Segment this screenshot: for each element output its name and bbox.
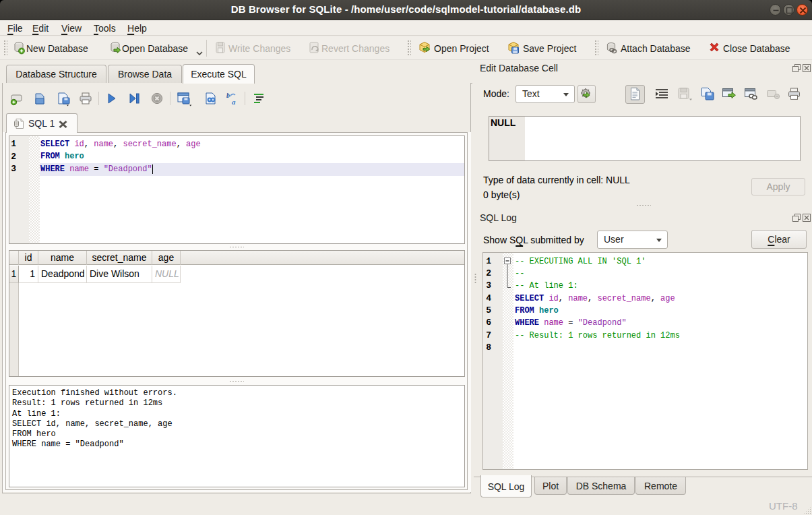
svg-text:b: b [226, 92, 230, 99]
svg-text:a: a [232, 98, 236, 106]
